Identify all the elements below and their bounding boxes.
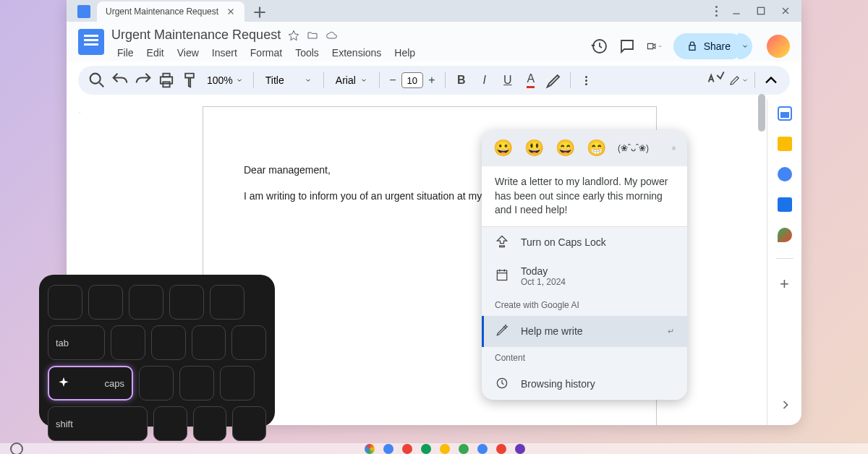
history-icon[interactable] bbox=[591, 38, 608, 55]
tasks-app-icon[interactable] bbox=[778, 167, 792, 181]
paint-format-icon[interactable] bbox=[179, 70, 200, 90]
minimize-icon[interactable] bbox=[731, 5, 742, 17]
more-menu-icon[interactable] bbox=[715, 6, 718, 17]
undo-icon[interactable] bbox=[110, 70, 130, 90]
browser-tab[interactable]: Urgent Maintenance Request bbox=[97, 1, 244, 22]
key-blank[interactable] bbox=[210, 285, 244, 320]
comments-icon[interactable] bbox=[618, 38, 636, 55]
shelf-app-mail[interactable] bbox=[402, 444, 412, 454]
key-blank[interactable] bbox=[232, 406, 266, 441]
emoji-beaming[interactable]: 😁 bbox=[587, 139, 606, 158]
emoji-suggestions: 😀 😃 😄 😁 (❀ˆᴗˆ❀) bbox=[482, 130, 687, 166]
menu-help[interactable]: Help bbox=[388, 44, 421, 61]
contacts-app-icon[interactable] bbox=[778, 197, 792, 212]
scrollbar[interactable] bbox=[758, 94, 765, 412]
menu-extensions[interactable]: Extensions bbox=[326, 44, 387, 61]
browsing-history-action[interactable]: Browsing history bbox=[482, 369, 687, 400]
keep-app-icon[interactable] bbox=[778, 137, 792, 151]
close-window-icon[interactable] bbox=[780, 5, 791, 17]
calendar-icon bbox=[495, 267, 509, 284]
menu-view[interactable]: View bbox=[171, 44, 205, 61]
menu-tools[interactable]: Tools bbox=[289, 44, 325, 61]
new-tab-button[interactable] bbox=[250, 3, 269, 22]
emoji-smiley[interactable]: 😃 bbox=[524, 139, 544, 158]
key-blank[interactable] bbox=[220, 366, 255, 401]
key-blank[interactable] bbox=[88, 285, 123, 320]
expand-side-panel-icon[interactable] bbox=[778, 398, 793, 412]
text-color-icon[interactable]: A bbox=[521, 70, 541, 90]
add-addon-icon[interactable]: + bbox=[780, 275, 789, 294]
key-blank[interactable] bbox=[139, 366, 174, 401]
key-blank[interactable] bbox=[48, 285, 82, 320]
shelf-app-1[interactable] bbox=[421, 444, 431, 454]
caps-lock-action[interactable]: Turn on Caps Lock bbox=[482, 227, 687, 258]
star-icon[interactable] bbox=[288, 30, 299, 41]
font-select[interactable]: Arial bbox=[330, 74, 373, 86]
key-blank[interactable] bbox=[192, 325, 226, 360]
document-title[interactable]: Urgent Maintenance Request bbox=[111, 27, 281, 43]
increase-font-icon[interactable]: + bbox=[425, 70, 439, 90]
emoji-smile[interactable]: 😄 bbox=[556, 139, 575, 158]
docs-logo-icon[interactable] bbox=[78, 29, 104, 55]
shelf-app-6[interactable] bbox=[515, 444, 525, 454]
shelf-app-4[interactable] bbox=[477, 444, 488, 454]
ai-prompt-text[interactable]: Write a letter to my landlord. My power … bbox=[482, 166, 687, 227]
quick-actions-popup: 😀 😃 😄 😁 (❀ˆᴗˆ❀) Write a letter to my lan… bbox=[482, 130, 687, 400]
pen-sparkle-icon bbox=[495, 323, 509, 340]
more-tools-icon[interactable] bbox=[576, 70, 597, 90]
style-select[interactable]: Title bbox=[260, 74, 318, 86]
shelf-app-2[interactable] bbox=[440, 444, 450, 454]
bold-icon[interactable]: B bbox=[451, 70, 472, 90]
share-button[interactable]: Share bbox=[673, 33, 744, 59]
key-shift[interactable]: shift bbox=[48, 406, 148, 441]
menu-file[interactable]: File bbox=[111, 44, 140, 61]
key-blank[interactable] bbox=[151, 325, 186, 360]
key-tab[interactable]: tab bbox=[48, 325, 105, 360]
editing-mode-icon[interactable] bbox=[728, 70, 749, 90]
move-icon[interactable] bbox=[307, 30, 318, 41]
print-icon[interactable] bbox=[156, 70, 176, 90]
key-blank[interactable] bbox=[231, 325, 266, 360]
italic-icon[interactable]: I bbox=[475, 70, 495, 90]
calendar-app-icon[interactable] bbox=[778, 106, 792, 121]
maps-app-icon[interactable] bbox=[778, 228, 792, 242]
menu-format[interactable]: Format bbox=[244, 44, 288, 61]
user-avatar[interactable] bbox=[767, 35, 790, 58]
key-blank[interactable] bbox=[153, 406, 187, 441]
decrease-font-icon[interactable]: − bbox=[386, 70, 400, 90]
outline-toggle-icon[interactable] bbox=[67, 99, 93, 113]
today-action[interactable]: Today Oct 1, 2024 bbox=[482, 258, 687, 294]
help-me-write-action[interactable]: Help me write ↵ bbox=[482, 316, 687, 347]
close-tab-icon[interactable] bbox=[226, 7, 236, 17]
key-blank[interactable] bbox=[179, 366, 214, 401]
key-blank[interactable] bbox=[169, 285, 204, 320]
launcher-icon[interactable] bbox=[10, 442, 23, 455]
cloud-status-icon[interactable] bbox=[326, 30, 339, 41]
collapse-toolbar-icon[interactable] bbox=[761, 70, 781, 90]
underline-icon[interactable]: U bbox=[498, 70, 518, 90]
key-blank[interactable] bbox=[111, 325, 145, 360]
search-icon[interactable] bbox=[87, 70, 107, 90]
emoji-grinning[interactable]: 😀 bbox=[493, 139, 513, 158]
menu-edit[interactable]: Edit bbox=[141, 44, 170, 61]
kaomoji[interactable]: (❀ˆᴗˆ❀) bbox=[618, 143, 649, 153]
shelf-app-3[interactable] bbox=[459, 444, 469, 454]
redo-icon[interactable] bbox=[133, 70, 153, 90]
svg-rect-1 bbox=[689, 46, 695, 51]
meet-icon[interactable] bbox=[646, 38, 663, 55]
menu-insert[interactable]: Insert bbox=[206, 44, 243, 61]
maximize-icon[interactable] bbox=[755, 5, 767, 17]
key-blank[interactable] bbox=[193, 406, 227, 441]
zoom-select[interactable]: 100% bbox=[203, 74, 247, 86]
spellcheck-icon[interactable] bbox=[705, 70, 726, 90]
add-emoji-icon[interactable] bbox=[672, 140, 676, 156]
key-blank[interactable] bbox=[129, 285, 163, 320]
svg-point-6 bbox=[673, 147, 676, 150]
shelf-app-files[interactable] bbox=[383, 444, 393, 454]
shelf-app-chrome[interactable] bbox=[365, 444, 375, 454]
share-dropdown[interactable] bbox=[738, 33, 752, 59]
shelf-app-5[interactable] bbox=[496, 444, 506, 454]
key-quick-insert[interactable]: caps bbox=[48, 366, 133, 401]
font-size-input[interactable] bbox=[401, 72, 423, 88]
highlight-icon[interactable] bbox=[544, 70, 564, 90]
